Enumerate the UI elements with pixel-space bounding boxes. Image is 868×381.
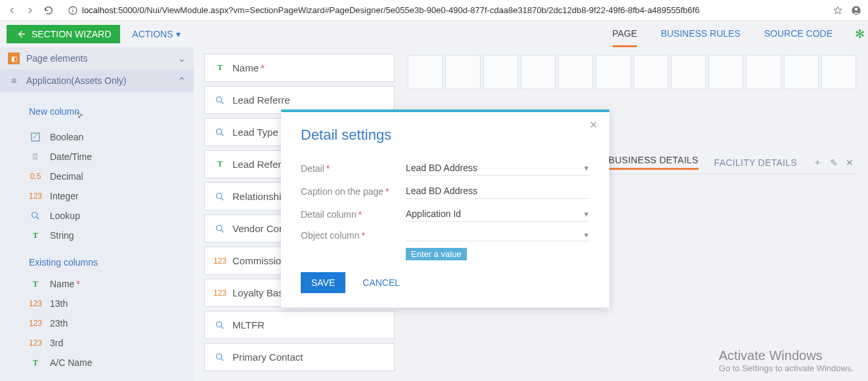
integer-icon: 123	[29, 337, 42, 349]
svg-point-15	[217, 321, 222, 327]
input-caption[interactable]: Lead BD Address	[406, 184, 590, 199]
tab-page[interactable]: PAGE	[613, 22, 638, 47]
newcol-boolean[interactable]: Boolean	[29, 127, 194, 147]
svg-point-7	[217, 96, 222, 102]
row-detail: Detail* Lead BD Address▼	[301, 157, 590, 180]
excol-acname[interactable]: TA/C Name	[29, 353, 194, 372]
field-label: Commission	[232, 255, 287, 266]
grid-cell[interactable]	[483, 55, 518, 89]
search-icon	[214, 352, 226, 363]
section-wizard-button[interactable]: SECTION WIZARD	[7, 25, 120, 43]
cancel-button[interactable]: CANCEL	[362, 277, 400, 288]
input-detail-column[interactable]: Application Id▼	[406, 207, 590, 222]
windows-watermark: Activate Windows Go to Settings to activ…	[719, 348, 854, 373]
svg-point-2	[72, 8, 73, 9]
profile-button[interactable]	[850, 4, 863, 17]
modal-title: Detail settings	[301, 127, 590, 144]
detail-tab-facility-details[interactable]: FACILITY DETAILS	[714, 157, 797, 168]
integer-icon: 123	[214, 256, 226, 266]
label-detail-column: Detail column*	[301, 209, 406, 220]
input-object-column[interactable]: ▼	[406, 230, 590, 241]
panel-application[interactable]: ≡ Application(Assets Only) ⌃	[0, 70, 194, 92]
text-icon: T	[214, 159, 226, 169]
label-detail: Detail*	[301, 163, 406, 174]
newcol-integer[interactable]: 123Integer	[29, 186, 194, 206]
svg-point-11	[217, 193, 222, 198]
grid-cell[interactable]	[521, 55, 555, 89]
excol-3rd[interactable]: 1233rd	[29, 333, 194, 353]
star-icon	[833, 5, 843, 16]
back-button[interactable]	[5, 4, 18, 17]
field-mltfr[interactable]: MLTFR	[204, 311, 395, 339]
svg-line-14	[221, 230, 223, 232]
col-label: Boolean	[50, 132, 83, 142]
col-label: Decimal	[50, 171, 83, 182]
actions-menu[interactable]: ACTIONS ▾	[132, 29, 180, 39]
text-icon: T	[214, 63, 226, 73]
col-label: 23th	[50, 318, 68, 329]
panel-body: New column Boolean 🗓Date/Time 0.5Decimal…	[0, 92, 194, 380]
newcol-decimal[interactable]: 0.5Decimal	[29, 167, 194, 186]
excol-13th[interactable]: 12313th	[29, 294, 194, 313]
detail-tab-business-details[interactable]: BUSINESS DETAILS	[609, 155, 699, 170]
grid-cell[interactable]	[746, 55, 781, 89]
input-detail[interactable]: Lead BD Address▼	[406, 161, 590, 176]
integer-icon: 123	[29, 298, 42, 310]
grid-cell[interactable]	[408, 55, 443, 89]
grid-cell[interactable]	[671, 55, 706, 89]
integer-icon: 123	[214, 289, 226, 298]
new-column-heading: New column	[29, 102, 194, 121]
chevron-down-icon: ▼	[583, 231, 590, 239]
col-label: Name*	[50, 279, 80, 289]
col-label: 13th	[50, 298, 68, 309]
tab-business-rules[interactable]: BUSINESS RULES	[661, 22, 740, 47]
field-primary-contact[interactable]: Primary Contact	[204, 343, 395, 371]
edit-tab-icon[interactable]: ✎	[830, 157, 838, 168]
boolean-icon	[31, 132, 40, 142]
forward-button[interactable]	[24, 4, 37, 17]
field-name[interactable]: TName*	[204, 54, 395, 82]
tab-source-code[interactable]: SOURCE CODE	[764, 22, 833, 47]
bookmark-button[interactable]	[831, 4, 844, 17]
panel-page-elements[interactable]: ◧ Page elements ⌄	[0, 47, 194, 70]
close-button[interactable]: ✕	[589, 119, 597, 131]
caret-down-icon: ▾	[176, 29, 181, 39]
reload-icon	[43, 5, 54, 16]
grid-cell[interactable]	[558, 55, 593, 89]
row-object-column: Object column* ▼	[301, 226, 590, 245]
settings-icon[interactable]: ✻	[855, 27, 861, 41]
col-label: Lookup	[50, 211, 80, 221]
text-icon: T	[29, 278, 42, 290]
url-text: localhost:5000/0/Nui/ViewModule.aspx?vm=…	[82, 5, 699, 15]
svg-point-9	[217, 129, 222, 134]
close-tab-icon[interactable]: ✕	[846, 157, 854, 168]
grid-cell[interactable]	[708, 55, 743, 89]
save-button[interactable]: SAVE	[301, 272, 345, 293]
field-label: Vendor Con	[232, 223, 284, 234]
url-bar[interactable]: localhost:5000/0/Nui/ViewModule.aspx?vm=…	[60, 2, 826, 19]
field-label: Relationship	[232, 191, 287, 202]
newcol-string[interactable]: TString	[29, 226, 194, 245]
field-label: MLTFR	[232, 319, 265, 331]
detail-settings-modal: ✕ Detail settings Detail* Lead BD Addres…	[281, 110, 609, 308]
section-wizard-label: SECTION WIZARD	[32, 29, 111, 39]
watermark-title: Activate Windows	[719, 348, 854, 363]
row-detail-column: Detail column* Application Id▼	[301, 203, 590, 226]
excol-name[interactable]: TName*	[29, 274, 194, 294]
add-tab-icon[interactable]: ＋	[813, 157, 822, 169]
decimal-icon: 0.5	[29, 170, 42, 182]
grid-cell[interactable]	[596, 55, 630, 89]
reload-button[interactable]	[42, 4, 55, 17]
col-label: Integer	[50, 191, 79, 201]
browser-bar: localhost:5000/0/Nui/ViewModule.aspx?vm=…	[0, 0, 868, 21]
search-icon	[29, 210, 42, 222]
newcol-lookup[interactable]: Lookup	[29, 206, 194, 226]
grid-cell[interactable]	[445, 55, 480, 89]
newcol-datetime[interactable]: 🗓Date/Time	[29, 147, 194, 167]
elements-icon: ◧	[8, 52, 20, 64]
grid-cell[interactable]	[784, 55, 819, 89]
layout-grid[interactable]	[406, 54, 857, 90]
grid-cell[interactable]	[821, 55, 856, 89]
grid-cell[interactable]	[634, 55, 668, 89]
excol-23th[interactable]: 12323th	[29, 313, 194, 333]
